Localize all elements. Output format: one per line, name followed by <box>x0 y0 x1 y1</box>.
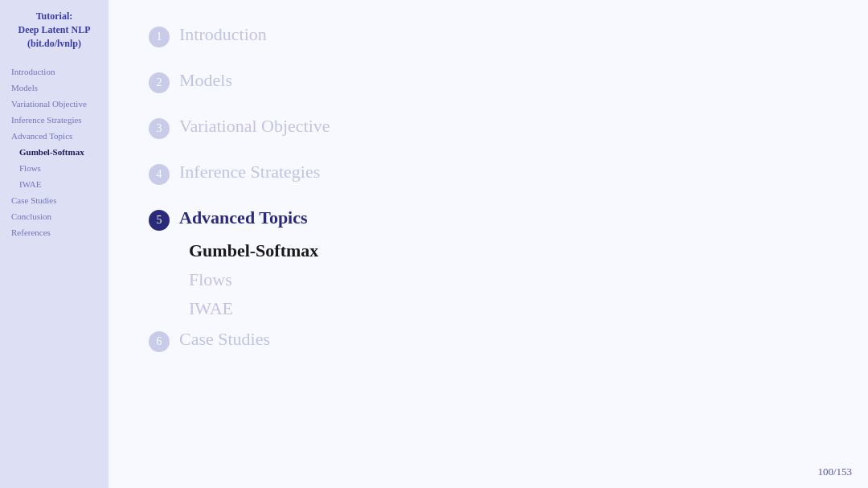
sidebar-item-conclusion[interactable]: Conclusion <box>6 209 102 223</box>
sidebar-item-references[interactable]: References <box>6 225 102 240</box>
sidebar-nav: IntroductionModelsVariational ObjectiveI… <box>6 64 102 240</box>
toc-sub-items: Gumbel-SoftmaxFlowsIWAE <box>189 240 828 319</box>
toc-item-models[interactable]: 2Models <box>149 70 828 93</box>
toc-number: 2 <box>149 72 170 93</box>
toc-item-variational-objective[interactable]: 3Variational Objective <box>149 116 828 139</box>
toc-sub-item-iwae[interactable]: IWAE <box>189 298 828 319</box>
sidebar-item-variational-objective[interactable]: Variational Objective <box>6 96 102 111</box>
toc-number: 4 <box>149 164 170 185</box>
sidebar-item-inference-strategies[interactable]: Inference Strategies <box>6 113 102 127</box>
toc-label: Models <box>179 70 232 91</box>
toc-number: 6 <box>149 331 170 352</box>
sidebar: Tutorial: Deep Latent NLP (bit.do/lvnlp)… <box>0 0 108 488</box>
toc-label: Variational Objective <box>179 116 330 137</box>
toc-sub-item-flows[interactable]: Flows <box>189 269 828 290</box>
sidebar-item-flows[interactable]: Flows <box>6 161 102 175</box>
sidebar-item-models[interactable]: Models <box>6 80 102 95</box>
toc-label: Case Studies <box>179 329 270 350</box>
toc-number: 3 <box>149 118 170 139</box>
sidebar-item-case-studies[interactable]: Case Studies <box>6 193 102 207</box>
page-number: 100/153 <box>817 465 852 478</box>
toc-sub-item-gumbel-softmax[interactable]: Gumbel-Softmax <box>189 240 828 261</box>
toc-item-inference-strategies[interactable]: 4Inference Strategies <box>149 162 828 185</box>
main-content: 1Introduction2Models3Variational Objecti… <box>108 0 868 488</box>
toc-label: Inference Strategies <box>179 162 320 182</box>
sidebar-item-introduction[interactable]: Introduction <box>6 64 102 79</box>
toc-number: 5 <box>149 210 170 231</box>
toc-item-advanced-topics[interactable]: 5Advanced Topics <box>149 207 828 231</box>
toc-item-case-studies[interactable]: 6Case Studies <box>149 329 828 352</box>
toc-item-introduction[interactable]: 1Introduction <box>149 24 828 47</box>
toc-label: Introduction <box>179 24 267 45</box>
toc-number: 1 <box>149 27 170 47</box>
sidebar-item-iwae[interactable]: IWAE <box>6 177 102 191</box>
sidebar-title: Tutorial: Deep Latent NLP (bit.do/lvnlp) <box>18 10 91 50</box>
toc-label: Advanced Topics <box>179 207 308 228</box>
sidebar-item-gumbel-softmax[interactable]: Gumbel-Softmax <box>6 145 102 159</box>
sidebar-item-advanced-topics[interactable]: Advanced Topics <box>6 129 102 143</box>
